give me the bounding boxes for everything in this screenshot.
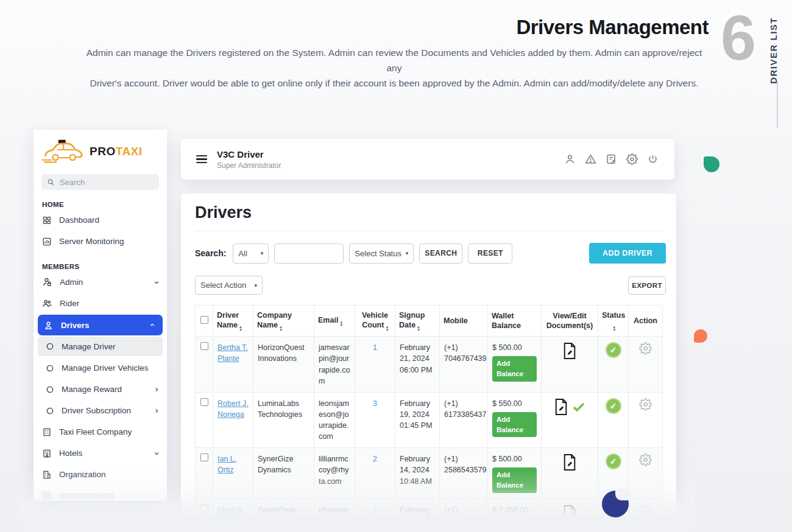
sidebar-item-admin[interactable]: Admin <box>34 271 167 293</box>
profile-icon[interactable] <box>564 153 576 165</box>
table-header-row: Driver Name▴▾ Company Name▴▾ Email▴▾ Veh… <box>196 306 663 337</box>
row-checkbox[interactable] <box>200 398 208 406</box>
sidebar-item-taxi-fleet-company[interactable]: Taxi Fleet Company <box>34 421 167 443</box>
status-approved-icon[interactable]: ✓ <box>606 453 621 469</box>
col-label: View/Edit Document(s) <box>546 312 593 330</box>
alert-triangle-icon[interactable] <box>585 153 596 165</box>
sidebar-item-hotels[interactable]: Hotels <box>34 443 167 464</box>
chevron-down-icon: ▾ <box>261 250 264 256</box>
status-approved-icon[interactable]: ✓ <box>606 342 621 358</box>
content-heading: Drivers <box>195 203 676 222</box>
action-select[interactable]: Select Action▾ <box>195 276 263 295</box>
status-approved-icon[interactable]: ✓ <box>606 398 621 414</box>
mobile-cell: (+1) 7046767439 <box>440 337 488 393</box>
teal-blob-decor <box>704 156 720 172</box>
wallet-amount: $ 2,350.00 <box>492 506 528 514</box>
search-icon <box>47 178 55 186</box>
sidebar-item-rider[interactable]: Rider <box>34 293 167 314</box>
col-label: Email <box>318 316 338 324</box>
add-driver-button[interactable]: ADD DRIVER <box>589 243 666 264</box>
vehicle-count-link[interactable]: 1 <box>373 343 377 352</box>
document-verified-check-icon <box>571 399 586 414</box>
col-wallet-balance: Wallet Balance <box>488 306 542 337</box>
sidebar-item-manage-reward[interactable]: Manage Reward <box>34 379 167 400</box>
add-balance-button[interactable]: Add Balance <box>492 412 537 437</box>
search-text-input[interactable] <box>274 243 344 264</box>
add-balance-button[interactable]: Add Balance <box>492 356 537 381</box>
brand-logo: PROTAXI <box>34 130 167 169</box>
sidebar-item-manage-driver-active[interactable]: Manage Driver <box>38 337 163 356</box>
view-document-icon[interactable] <box>553 398 586 416</box>
rider-icon <box>42 298 52 309</box>
row-settings-gear-icon[interactable] <box>639 505 652 514</box>
ghost-icon <box>42 491 51 500</box>
driver-name-link[interactable]: Bertha T. Plante <box>217 343 248 363</box>
vehicle-count-link[interactable]: 3 <box>373 399 377 408</box>
signup-date-cell: February 14, 2024 10:48 AM <box>395 448 440 499</box>
brand-pro: PRO <box>90 145 116 158</box>
sidebar-item-manage-driver-vehicles[interactable]: Manage Driver Vehicles <box>34 357 167 379</box>
description-line-2: Driver's account. Driver would be able t… <box>78 75 710 91</box>
monitoring-icon <box>42 237 52 247</box>
sidebar-item-driver-subscription[interactable]: Driver Subscription <box>34 400 167 421</box>
menu-hamburger-icon[interactable] <box>196 155 207 164</box>
email-cell: charlenedcrawford@rhyta.com <box>314 499 355 514</box>
row-settings-gear-icon[interactable] <box>639 453 652 466</box>
sidebar-item-organization[interactable]: Organization <box>34 464 167 485</box>
signup-date-cell: February 22, 2024 05:17 PM <box>395 499 440 514</box>
view-document-icon[interactable] <box>562 505 578 514</box>
col-label: Mobile <box>444 317 468 325</box>
select-all-checkbox[interactable] <box>200 316 208 324</box>
status-select[interactable]: Select Status▾ <box>349 243 414 264</box>
sort-icon: ▴▾ <box>386 325 387 331</box>
col-email[interactable]: Email▴▾ <box>314 306 355 337</box>
building-icon <box>42 427 52 437</box>
power-icon[interactable] <box>647 153 659 165</box>
row-checkbox[interactable] <box>200 342 208 350</box>
row-settings-gear-icon[interactable] <box>639 398 652 411</box>
sidebar-item-dashboard[interactable]: Dashboard <box>34 209 167 231</box>
col-vehicle-count[interactable]: Vehicle Count▴▾ <box>355 306 395 337</box>
chevron-down-icon: ▾ <box>254 282 257 289</box>
topbar-subtitle: Super Administrator <box>217 161 281 170</box>
sidebar-item-drivers-active[interactable]: Drivers <box>38 315 163 335</box>
col-status[interactable]: Status▴▾ <box>598 306 629 337</box>
col-label: Vehicle Count <box>362 311 388 329</box>
col-company-name[interactable]: Company Name▴▾ <box>253 306 314 337</box>
ghost-label <box>58 493 115 499</box>
wallet-cell: $ 500.00Add Balance <box>488 448 542 499</box>
section-members: MEMBERS <box>42 263 167 270</box>
document-edit-icon[interactable] <box>606 153 617 165</box>
row-checkbox[interactable] <box>200 453 208 461</box>
driver-name-link[interactable]: Marg B. Hartley <box>217 506 244 514</box>
sidebar-item-server-monitoring[interactable]: Server Monitoring <box>34 231 167 252</box>
driver-name-link[interactable]: Robert J. Noriega <box>217 399 249 419</box>
view-document-icon[interactable] <box>562 453 578 471</box>
hotel-icon <box>42 449 52 458</box>
driver-name-link[interactable]: Ian L. Ortiz <box>217 455 236 474</box>
heading-divider <box>195 231 662 231</box>
sidebar-search-input[interactable]: Search <box>41 174 159 190</box>
row-settings-gear-icon[interactable] <box>639 342 652 355</box>
search-button[interactable]: SEARCH <box>419 243 462 264</box>
chevron-down-icon: ▾ <box>406 250 409 256</box>
action-bar: Select Action▾ EXPORT <box>195 276 666 295</box>
col-signup-date[interactable]: Signup Date▴▾ <box>395 306 440 337</box>
vehicle-count-link[interactable]: 2 <box>373 455 377 463</box>
col-driver-name[interactable]: Driver Name▴▾ <box>213 306 253 337</box>
email-cell: lillianrmccoy@rhyta.com <box>314 448 355 499</box>
page-description: Admin can manage the Drivers registered … <box>78 45 710 91</box>
page: Drivers Management Admin can manage the … <box>0 0 792 532</box>
side-divider <box>777 82 778 128</box>
gear-icon[interactable] <box>626 153 638 165</box>
table-row: Robert J. Noriega LuminaLabs Technologie… <box>196 392 663 448</box>
search-field-select[interactable]: All▾ <box>233 243 269 264</box>
view-document-icon[interactable] <box>562 342 578 360</box>
vehicle-count-link[interactable]: 2 <box>373 506 377 514</box>
reset-button[interactable]: RESET <box>468 243 512 264</box>
topbar-icons <box>564 153 659 165</box>
radio-circle-icon <box>46 364 54 373</box>
add-balance-button[interactable]: Add Balance <box>492 467 537 492</box>
row-checkbox[interactable] <box>200 505 208 513</box>
export-button[interactable]: EXPORT <box>628 276 666 295</box>
